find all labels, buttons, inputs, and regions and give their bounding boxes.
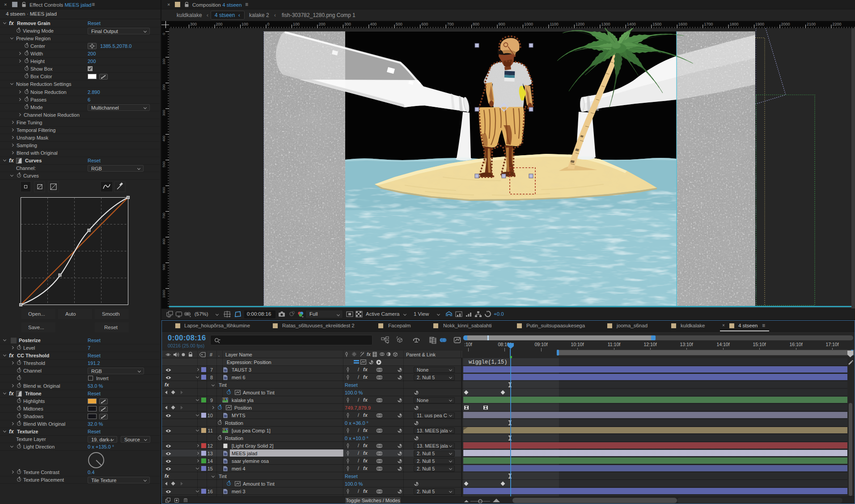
svg-text:300: 300 — [162, 110, 166, 116]
svg-text:1300: 1300 — [601, 22, 610, 26]
svg-text:300: 300 — [190, 22, 197, 26]
svg-text:800: 800 — [473, 22, 479, 26]
svg-text:Smooth: Smooth — [102, 311, 120, 317]
svg-text:200: 200 — [318, 22, 325, 26]
svg-text:900: 900 — [162, 264, 166, 270]
svg-text:Save...: Save... — [28, 325, 44, 330]
svg-text:900: 900 — [499, 22, 505, 26]
svg-text:800: 800 — [162, 238, 166, 245]
svg-text:1100: 1100 — [550, 22, 559, 26]
svg-text:Auto: Auto — [65, 311, 76, 317]
svg-text:200: 200 — [162, 84, 166, 90]
svg-text:100: 100 — [162, 58, 166, 64]
svg-text:2100: 2100 — [807, 22, 816, 26]
svg-text:0: 0 — [267, 22, 270, 26]
svg-text:400: 400 — [162, 136, 166, 142]
svg-text:1400: 1400 — [627, 22, 636, 26]
svg-text:Reset: Reset — [104, 325, 118, 330]
svg-text:100: 100 — [293, 22, 300, 26]
svg-text:300: 300 — [344, 22, 351, 26]
svg-text:1800: 1800 — [730, 22, 739, 26]
svg-text:100: 100 — [241, 22, 248, 26]
svg-text:1200: 1200 — [576, 22, 584, 26]
svg-text:fx: fx — [367, 352, 371, 357]
svg-text:500: 500 — [162, 161, 166, 167]
svg-text:1000: 1000 — [162, 290, 166, 298]
svg-text:700: 700 — [447, 22, 454, 26]
svg-text:200: 200 — [216, 22, 223, 26]
svg-text:600: 600 — [162, 187, 166, 193]
svg-text:600: 600 — [421, 22, 428, 26]
svg-text:1600: 1600 — [678, 22, 687, 26]
svg-text:500: 500 — [396, 22, 402, 26]
svg-text:0: 0 — [162, 33, 166, 35]
svg-text:Open...: Open... — [28, 311, 45, 317]
svg-text:2000: 2000 — [781, 22, 790, 26]
svg-text:700: 700 — [162, 212, 166, 219]
svg-text:1500: 1500 — [652, 22, 661, 26]
svg-text:400: 400 — [370, 22, 377, 26]
svg-text:2200: 2200 — [832, 22, 841, 26]
svg-text:1900: 1900 — [755, 22, 764, 26]
svg-text:1700: 1700 — [704, 22, 713, 26]
svg-text:1000: 1000 — [524, 22, 533, 26]
